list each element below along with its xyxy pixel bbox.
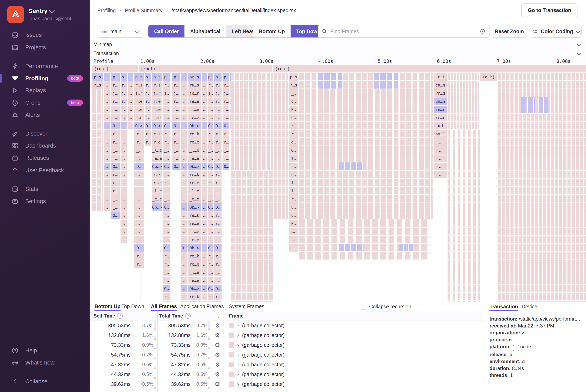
flame-frame[interactable]: r… (163, 179, 170, 186)
checkbox-icon[interactable] (361, 304, 366, 310)
flame-frame[interactable]: P… (289, 220, 298, 227)
flame-frame[interactable]: … (121, 228, 127, 235)
flame-frame[interactable]: Ob…> (152, 162, 162, 170)
flame-frame[interactable]: O… (145, 122, 151, 130)
flame-frame[interactable]: r… (208, 252, 213, 260)
flame-frame[interactable]: … (134, 179, 144, 186)
flame-frame[interactable]: … (104, 106, 110, 113)
flame-frame[interactable]: … (202, 89, 207, 97)
flame-frame[interactable]: _… (208, 236, 213, 244)
flame-frame[interactable]: … (134, 212, 144, 219)
flame-frame[interactable]: pr…s (188, 73, 201, 80)
flame-frame[interactable]: j…r (152, 89, 162, 97)
flame-frame[interactable]: … (202, 276, 207, 284)
flame-frame[interactable]: p… (163, 73, 170, 80)
flame-frame[interactable]: … (121, 162, 127, 170)
flame-frame[interactable]: … (121, 130, 127, 138)
flame-frame[interactable]: _e…e (188, 114, 201, 121)
flame-frame[interactable]: … (104, 98, 110, 105)
flame-frame[interactable]: _… (208, 187, 213, 194)
flame-frame[interactable]: r… (111, 187, 120, 194)
flame-frame[interactable]: _… (223, 146, 229, 154)
flame-frame[interactable]: f… (289, 179, 298, 186)
flame-frame[interactable]: (g…r) (480, 73, 497, 80)
flame-frame[interactable]: r…e (152, 138, 162, 146)
flame-frame[interactable]: re…k (188, 252, 201, 260)
flame-frame[interactable]: r…s (134, 81, 144, 89)
flame-frame[interactable]: … (128, 106, 133, 113)
flame-frame[interactable]: r… (163, 81, 170, 89)
reset-zoom-button[interactable]: Reset Zoom (492, 25, 527, 38)
flame-frame[interactable]: _… (208, 195, 213, 203)
flame-frame[interactable]: … (202, 130, 207, 138)
flame-frame[interactable]: _… (289, 89, 298, 97)
flame-frame[interactable]: _… (163, 228, 170, 235)
sidebar-item-releases[interactable]: Releases (0, 152, 90, 164)
flame-frame[interactable]: c… (289, 98, 298, 105)
flame-frame[interactable]: _e…e (188, 154, 201, 162)
flame-frame[interactable]: _… (163, 114, 170, 121)
flame-frame[interactable]: O… (208, 203, 213, 211)
flame-frames-texture[interactable] (399, 244, 413, 252)
flame-frame[interactable]: … (104, 130, 110, 138)
flame-frame[interactable]: r… (163, 252, 170, 260)
flame-frame[interactable]: … (202, 154, 207, 162)
flame-frame[interactable]: r… (289, 130, 298, 138)
flame-frame[interactable]: r… (223, 81, 229, 89)
flame-frame[interactable]: Pr…d (434, 89, 447, 97)
flame-frame[interactable]: … (202, 212, 207, 219)
flame-frame[interactable]: O… (111, 212, 120, 219)
flame-frame[interactable]: r… (214, 212, 222, 219)
flame-frames-texture[interactable] (521, 97, 535, 114)
flame-frame[interactable]: r… (208, 293, 213, 300)
flame-frame[interactable]: u… (289, 203, 298, 211)
flame-frame[interactable]: _… (208, 154, 213, 162)
flame-frame[interactable]: _… (208, 106, 213, 113)
flame-frames-texture[interactable] (538, 97, 549, 114)
flame-frame[interactable]: O… (208, 285, 213, 292)
flame-frame[interactable]: … (202, 285, 207, 292)
sidebar-item-discover[interactable]: Discover (0, 128, 90, 139)
flame-frame[interactable]: r… (145, 81, 151, 89)
flame-frame[interactable]: O…> (134, 122, 144, 130)
flame-frame[interactable]: _l…e (188, 187, 201, 194)
gear-icon[interactable]: ⚙ (215, 352, 220, 358)
flame-frame[interactable]: O… (172, 122, 180, 130)
flame-frame[interactable]: … (104, 179, 110, 186)
tab-application-frames[interactable]: Application Frames (180, 302, 224, 310)
flame-frame[interactable]: r… (163, 98, 170, 105)
flame-frame[interactable]: … (202, 268, 207, 276)
flame-frame[interactable]: r… (163, 130, 170, 138)
flame-frames-texture[interactable] (299, 73, 427, 220)
flame-frames-texture[interactable] (318, 73, 342, 89)
flame-frame[interactable]: u… (289, 212, 298, 219)
flame-frame[interactable]: Ob…> (152, 203, 162, 211)
flame-frame[interactable]: … (181, 203, 187, 211)
flame-frame[interactable]: … (181, 228, 187, 235)
flame-frame[interactable]: … (181, 138, 187, 146)
flame-frame[interactable]: … (181, 89, 187, 97)
flame-frame[interactable]: … (121, 146, 127, 154)
frame-header[interactable]: Frame (229, 311, 244, 320)
flame-frame[interactable]: … (434, 154, 447, 162)
flame-frame[interactable]: … (181, 73, 187, 80)
flame-frame[interactable]: _… (214, 268, 222, 276)
table-row[interactable]: 132.88ms1.6%132.88ms1.6%⚙›(garbage colle… (90, 330, 483, 340)
flame-frame[interactable]: _l…e (152, 146, 162, 154)
flame-frame[interactable]: _… (172, 106, 180, 113)
flame-frame[interactable]: r… (289, 122, 298, 130)
flame-frame[interactable]: _…e (134, 106, 144, 113)
flame-frame[interactable]: … (434, 146, 447, 154)
flame-frame[interactable]: _… (121, 106, 127, 113)
tab-device[interactable]: Device (522, 302, 537, 311)
flame-frame[interactable]: … (434, 162, 447, 170)
flame-frame[interactable]: _… (111, 154, 120, 162)
flame-frame[interactable]: … (104, 203, 110, 211)
flame-frame[interactable]: r… (134, 260, 144, 268)
flame-frame[interactable]: re…r (434, 114, 447, 121)
flame-frame[interactable]: … (202, 114, 207, 121)
flame-frame[interactable]: Ob…> (188, 285, 201, 292)
flame-frame[interactable]: _…e (152, 106, 162, 113)
find-frames-search[interactable] (318, 25, 489, 38)
transaction-row[interactable]: Transaction (90, 49, 586, 58)
